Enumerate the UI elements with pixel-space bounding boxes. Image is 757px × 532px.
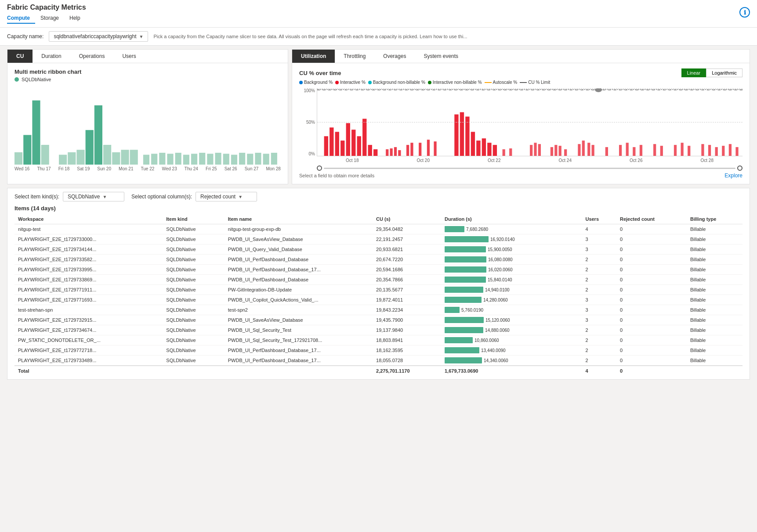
table-footer-row: Total 2,275,701.1170 1,679,733.0690 4 0 <box>14 366 743 376</box>
svg-rect-19 <box>191 154 197 165</box>
svg-rect-2 <box>32 101 40 165</box>
item-kind-select[interactable]: SQLDbNative ▼ <box>63 192 124 201</box>
col-duration-s[interactable]: Duration (s) <box>441 214 582 224</box>
nav-storage[interactable]: Storage <box>35 13 64 24</box>
cell-item-kind: SQLDbNative <box>163 255 224 265</box>
col-rejected[interactable]: Rejected count <box>616 214 687 224</box>
svg-rect-8 <box>94 105 102 165</box>
footer-cu: 2,275,701.1170 <box>373 366 441 376</box>
svg-rect-67 <box>582 140 585 156</box>
cell-cu-s: 20,674.7220 <box>373 255 441 265</box>
legend-autoscale: Autoscale % <box>485 80 518 85</box>
cell-item-kind: SQLDbNative <box>163 356 224 366</box>
optional-col-select[interactable]: Rejected count ▼ <box>196 192 257 201</box>
cell-billing: Billable <box>687 255 743 265</box>
items-title: Items (14 days) <box>14 205 743 212</box>
svg-rect-34 <box>346 123 350 156</box>
x-label-4: Oct 26 <box>630 158 642 163</box>
col-billing[interactable]: Billing type <box>687 214 743 224</box>
svg-rect-46 <box>419 143 421 156</box>
table-row: PW_STATIC_DONOTDELETE_OR_... SQLDbNative… <box>14 335 743 345</box>
x-label-1: Oct 20 <box>417 158 430 163</box>
cell-users: 3 <box>582 315 616 325</box>
cell-duration-s: 5,760.0190 <box>441 305 582 315</box>
cell-cu-s: 18,055.0728 <box>373 356 441 366</box>
tab-overages[interactable]: Overages <box>374 50 415 63</box>
cell-item-kind: SQLDbNative <box>163 285 224 295</box>
tab-users[interactable]: Users <box>113 50 145 63</box>
cu-footer-text: Select a field to obtain more details <box>299 173 374 178</box>
tab-utilization[interactable]: Utilization <box>292 50 335 63</box>
x-label-5: Oct 28 <box>701 158 714 163</box>
svg-rect-28 <box>263 154 269 165</box>
cell-item-name: PWDB_UI_Copilot_QuickActions_Valid_... <box>225 295 373 305</box>
tab-throttling[interactable]: Throttling <box>335 50 374 63</box>
svg-rect-82 <box>715 147 718 156</box>
legend-bg-nonbillable-label: Background non-billable % <box>373 80 425 85</box>
time-slider[interactable] <box>317 165 743 171</box>
svg-rect-84 <box>729 144 732 156</box>
x-label-2: Oct 22 <box>488 158 500 163</box>
svg-rect-45 <box>410 143 413 156</box>
legend-bg-nonbillable: Background non-billable % <box>368 80 425 85</box>
cell-workspace: PLAYWRIGHT_E2E_t1729734674... <box>14 325 163 335</box>
cell-item-name: nitgup-test-group-exp-db <box>225 224 373 234</box>
nav-help[interactable]: Help <box>64 13 86 24</box>
cell-rejected: 0 <box>616 224 687 234</box>
date-label-3: Sat 19 <box>77 166 90 171</box>
tab-duration[interactable]: Duration <box>33 50 70 63</box>
ribbon-chart-title: Multi metric ribbon chart <box>14 68 281 75</box>
cell-rejected: 0 <box>616 244 687 255</box>
svg-rect-56 <box>493 145 497 156</box>
cu-legend: Background % Interactive % Background no… <box>299 80 743 85</box>
footer-billing-empty <box>687 366 743 376</box>
svg-rect-4 <box>59 155 67 165</box>
scale-linear-button[interactable]: Linear <box>681 68 706 77</box>
tab-cu[interactable]: CU <box>7 50 33 63</box>
legend-int-nonbillable: Interactive non-billable % <box>428 80 482 85</box>
svg-rect-27 <box>255 153 261 165</box>
cell-workspace: PLAYWRIGHT_E2E_t1729771693... <box>14 295 163 305</box>
cell-billing: Billable <box>687 244 743 255</box>
cell-item-kind: SQLDbNative <box>163 305 224 315</box>
info-icon[interactable]: ℹ <box>739 7 750 18</box>
cell-rejected: 0 <box>616 255 687 265</box>
date-label-8: Thu 24 <box>185 166 198 171</box>
col-item-name[interactable]: Item name <box>225 214 373 224</box>
col-workspace[interactable]: Workspace <box>14 214 163 224</box>
col-users[interactable]: Users <box>582 214 616 224</box>
legend-autoscale-label: Autoscale % <box>493 80 518 85</box>
ribbon-legend-label: SQLDbNative <box>22 77 51 82</box>
svg-rect-24 <box>231 155 237 165</box>
svg-rect-3 <box>41 145 49 165</box>
tab-system-events[interactable]: System events <box>415 50 467 63</box>
scale-log-button[interactable]: Logarithmic <box>706 68 743 77</box>
slider-left-handle[interactable] <box>317 165 322 171</box>
slider-right-handle[interactable] <box>737 165 743 171</box>
footer-duration: 1,679,733.0690 <box>441 366 582 376</box>
table-row: PLAYWRIGHT_E2E_t1729733000... SQLDbNativ… <box>14 234 743 244</box>
table-header-row: Workspace Item kind Item name CU (s) Dur… <box>14 214 743 224</box>
capacity-value: sqldbnativefabriccapacityplaywright <box>54 33 136 40</box>
svg-rect-72 <box>626 143 629 156</box>
svg-rect-59 <box>530 145 532 156</box>
bottom-panel: Select item kind(s): SQLDbNative ▼ Selec… <box>7 188 750 380</box>
col-cu-s[interactable]: CU (s) <box>373 214 441 224</box>
svg-rect-44 <box>406 145 409 156</box>
nav-compute[interactable]: Compute <box>7 13 35 24</box>
legend-dot <box>14 77 19 82</box>
cell-workspace: PLAYWRIGHT_E2E_t1729733995... <box>14 265 163 275</box>
capacity-select[interactable]: sqldbnativefabriccapacityplaywright ▼ <box>49 31 148 42</box>
table-row: PLAYWRIGHT_E2E_t1729733582... SQLDbNativ… <box>14 255 743 265</box>
date-label-2: Fri 18 <box>58 166 70 171</box>
col-item-kind[interactable]: Item kind <box>163 214 224 224</box>
explore-link[interactable]: Explore <box>724 173 743 179</box>
cell-workspace: PLAYWRIGHT_E2E_t1729733582... <box>14 255 163 265</box>
svg-rect-85 <box>735 147 738 156</box>
date-label-12: Mon 28 <box>266 166 281 171</box>
optional-col-label: Select optional column(s): <box>131 194 192 200</box>
optional-col-chevron: ▼ <box>238 194 243 199</box>
cell-duration-s: 15,900.0050 <box>441 244 582 255</box>
svg-rect-31 <box>330 127 333 156</box>
tab-operations[interactable]: Operations <box>70 50 114 63</box>
